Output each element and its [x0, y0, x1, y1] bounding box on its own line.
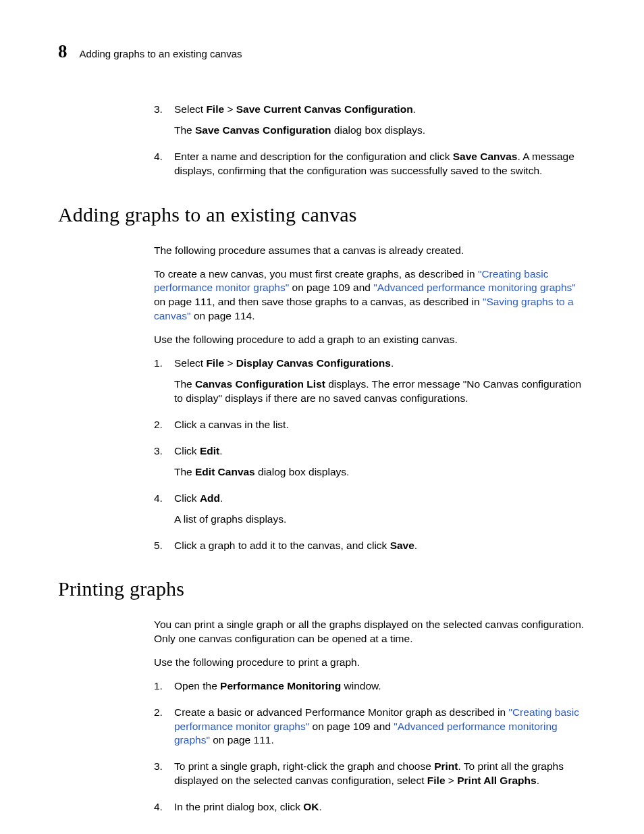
- step-subtext: A list of graphs displays.: [174, 513, 586, 527]
- step-4: 4. Enter a name and description for the …: [154, 150, 586, 178]
- section-printing-graphs-body: You can print a single graph or all the …: [58, 618, 586, 814]
- paragraph: Use the following procedure to add a gra…: [154, 333, 586, 347]
- step-subtext: The Canvas Configuration List displays. …: [174, 377, 586, 406]
- xref-advanced-monitoring[interactable]: "Advanced performance monitoring graphs": [373, 282, 576, 293]
- paragraph: The following procedure assumes that a c…: [154, 244, 586, 258]
- paragraph: Use the following procedure to print a g…: [154, 656, 586, 670]
- menu-file: File: [206, 357, 224, 369]
- step-3: 3. Select File > Save Current Canvas Con…: [154, 103, 586, 138]
- button-name: Save: [390, 540, 414, 551]
- step-4: 4. Click Add. A list of graphs displays.: [154, 492, 586, 527]
- step-number: 3.: [154, 444, 163, 459]
- step-5: 5. Click a graph to add it to the canvas…: [154, 539, 586, 553]
- step-number: 2.: [154, 706, 163, 720]
- step-number: 1.: [154, 679, 163, 694]
- step-text: Select File > Save Current Canvas Config…: [174, 103, 416, 115]
- running-title: Adding graphs to an existing canvas: [80, 47, 242, 61]
- step-text: To print a single graph, right-click the…: [174, 760, 564, 786]
- section-heading-adding-graphs: Adding graphs to an existing canvas: [58, 201, 586, 229]
- step-subtext: The Save Canvas Configuration dialog box…: [174, 124, 586, 138]
- section-adding-graphs-body: The following procedure assumes that a c…: [58, 244, 586, 553]
- menu-command: Print All Graphs: [457, 775, 536, 786]
- step-text: Click Add.: [174, 492, 223, 504]
- step-text: Click a graph to add it to the canvas, a…: [174, 540, 417, 551]
- step-text: Create a basic or advanced Performance M…: [174, 706, 579, 746]
- chapter-number: 8: [58, 39, 68, 63]
- step-text: In the print dialog box, click OK.: [174, 801, 322, 812]
- step-text: Click a canvas in the list.: [174, 419, 289, 430]
- step-1: 1. Select File > Display Canvas Configur…: [154, 357, 586, 406]
- step-2: 2. Click a canvas in the list.: [154, 418, 586, 432]
- step-number: 3.: [154, 103, 163, 117]
- step-3: 3. To print a single graph, right-click …: [154, 760, 586, 788]
- menu-file: File: [206, 103, 224, 115]
- step-number: 4.: [154, 492, 163, 506]
- step-number: 3.: [154, 760, 163, 774]
- button-name: Add: [200, 492, 220, 504]
- step-number: 4.: [154, 150, 163, 164]
- button-name: Save Canvas: [453, 151, 518, 162]
- menu-file: File: [427, 775, 446, 786]
- button-name: Edit: [200, 445, 219, 457]
- step-text: Click Edit.: [174, 445, 222, 457]
- step-subtext: The Edit Canvas dialog box displays.: [174, 465, 586, 479]
- step-text: Select File > Display Canvas Configurati…: [174, 357, 394, 369]
- paragraph: You can print a single graph or all the …: [154, 618, 586, 646]
- step-1: 1. Open the Performance Monitoring windo…: [154, 679, 586, 694]
- step-3: 3. Click Edit. The Edit Canvas dialog bo…: [154, 444, 586, 479]
- top-steps-block: 3. Select File > Save Current Canvas Con…: [58, 103, 586, 178]
- step-number: 4.: [154, 800, 163, 814]
- step-number: 1.: [154, 357, 163, 371]
- paragraph: To create a new canvas, you must first c…: [154, 267, 586, 324]
- section-heading-printing-graphs: Printing graphs: [58, 575, 586, 603]
- step-text: Open the Performance Monitoring window.: [174, 680, 381, 692]
- step-text: Enter a name and description for the con…: [174, 151, 574, 176]
- step-number: 5.: [154, 539, 163, 553]
- menu-command: Save Current Canvas Configuration: [236, 103, 413, 115]
- step-2: 2. Create a basic or advanced Performanc…: [154, 706, 586, 748]
- step-number: 2.: [154, 418, 163, 432]
- step-4: 4. In the print dialog box, click OK.: [154, 800, 586, 814]
- menu-command: Display Canvas Configurations: [236, 357, 391, 369]
- page-header: 8 Adding graphs to an existing canvas: [58, 39, 586, 63]
